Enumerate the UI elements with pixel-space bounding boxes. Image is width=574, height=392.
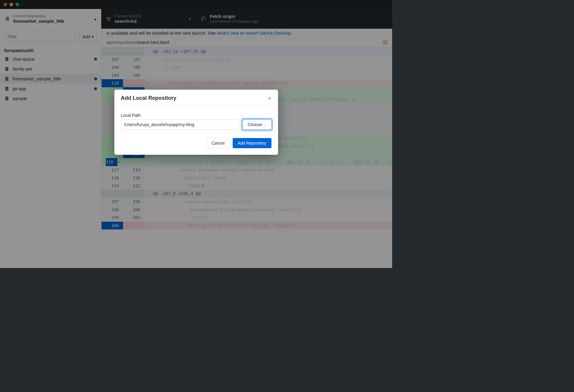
add-repository-button[interactable]: Add Repository <box>233 138 271 148</box>
close-icon[interactable]: × <box>268 95 271 101</box>
modal-title: Add Local Repository <box>121 95 177 101</box>
modal-overlay[interactable]: Add Local Repository × Local Path Choose… <box>0 0 392 268</box>
choose-button[interactable]: Choose… <box>243 120 271 130</box>
add-local-repo-modal: Add Local Repository × Local Path Choose… <box>114 90 278 155</box>
local-path-input[interactable] <box>121 120 239 130</box>
cancel-button[interactable]: Cancel <box>206 138 230 148</box>
local-path-label: Local Path <box>121 113 271 118</box>
